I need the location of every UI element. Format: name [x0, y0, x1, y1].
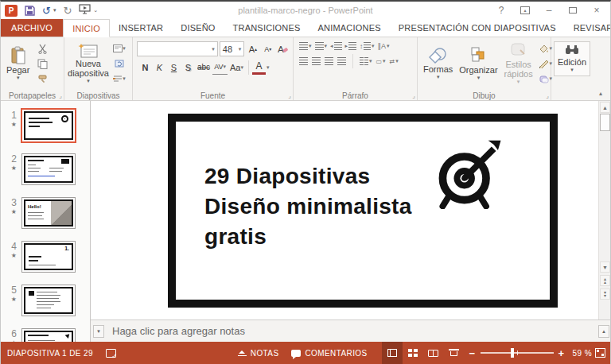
dialog-launcher-fuente[interactable]: ⌟ [288, 92, 291, 99]
zoom-slider-thumb[interactable] [511, 348, 514, 358]
save-icon[interactable] [25, 6, 35, 16]
slide-counter[interactable]: DIAPOSITIVA 1 DE 29 [1, 342, 99, 364]
thumbnail-slide-2[interactable] [21, 153, 76, 185]
font-size-combobox[interactable]: 48 ▾ [220, 41, 244, 56]
slide-title-text[interactable]: 29 Diapositivas Diseño minimalista grati… [204, 161, 412, 252]
tab-presentacion[interactable]: PRESENTACIÓN CON DIAPOSITIVAS [390, 19, 565, 37]
cut-icon[interactable] [34, 42, 50, 55]
paste-dropdown-icon[interactable]: ▾ [17, 75, 20, 81]
thumbnail-slide-4[interactable]: 1. [21, 241, 76, 273]
thumbnail-slide-3[interactable]: Hello! [21, 197, 76, 229]
tab-inicio[interactable]: INICIO [63, 19, 110, 37]
zoom-in-icon[interactable]: + [558, 347, 565, 359]
font-color-dropdown-icon[interactable]: ▾ [267, 64, 270, 71]
close-button[interactable]: × [586, 2, 607, 18]
quick-styles-button[interactable]: Estilos rápidos ▾ [501, 41, 536, 87]
editor-scrollbar[interactable]: ▲ ▼ ▴ ▴ ▾ ▾ [598, 101, 610, 319]
dialog-launcher-parrafo[interactable]: ⌟ [412, 92, 415, 99]
new-slide-button[interactable]: Nueva diapositiva ▾ [67, 41, 110, 86]
tab-animaciones[interactable]: ANIMACIONES [309, 19, 390, 37]
align-center-icon[interactable] [312, 57, 321, 65]
maximize-button[interactable] [562, 2, 583, 18]
customize-qat-icon[interactable]: ⌄ [93, 7, 98, 14]
shapes-dropdown-icon[interactable]: ▾ [437, 74, 440, 80]
slide-black-frame[interactable]: 29 Diapositivas Diseño minimalista grati… [168, 114, 558, 308]
character-spacing-button[interactable]: AV▾ [212, 60, 228, 75]
line-spacing-icon[interactable]: ↕▾ [360, 42, 375, 50]
copy-icon[interactable] [34, 57, 50, 70]
arrange-dropdown-icon[interactable]: ▾ [477, 75, 481, 81]
undo-dropdown-icon[interactable]: ▾ [53, 7, 56, 14]
zoom-level[interactable]: 59 % [570, 342, 595, 364]
shapes-button[interactable]: Formas ▾ [420, 45, 456, 82]
fit-slide-to-window-icon[interactable] [595, 348, 605, 358]
reading-view-button[interactable] [423, 342, 444, 364]
scroll-up-icon[interactable]: ▲ [600, 102, 610, 113]
dialog-launcher-portapapeles[interactable]: ⌟ [59, 92, 62, 99]
notes-toggle-button[interactable]: NOTAS [232, 342, 286, 364]
slide-editor[interactable]: 29 Diapositivas Diseño minimalista grati… [91, 101, 610, 319]
tab-diseno[interactable]: DISEÑO [172, 19, 224, 37]
align-right-icon[interactable] [325, 57, 333, 65]
numbering-icon[interactable]: ▾ [315, 42, 328, 50]
justify-icon[interactable] [337, 57, 346, 65]
undo-icon[interactable]: ↺ [42, 6, 51, 16]
slide-layout-icon[interactable]: ▾ [111, 42, 127, 55]
slide-sorter-view-button[interactable] [403, 342, 423, 364]
italic-button[interactable]: K [153, 60, 166, 75]
text-shadow-button[interactable]: S [181, 60, 195, 75]
collapse-ribbon-icon[interactable]: ▴ [599, 90, 602, 97]
underline-button[interactable]: S [167, 60, 181, 75]
minimize-button[interactable]: – [539, 2, 559, 18]
new-slide-dropdown-icon[interactable]: ▾ [87, 78, 90, 84]
next-slide-icon[interactable]: ▾ ▾ [600, 288, 610, 300]
increase-font-button[interactable]: A▴ [246, 41, 259, 56]
scrollbar-thumb[interactable] [600, 114, 610, 131]
previous-slide-icon[interactable]: ▴ ▴ [600, 275, 610, 286]
font-size-dropdown-icon[interactable]: ▾ [239, 46, 242, 52]
notes-placeholder[interactable]: Haga clic para agregar notas [112, 325, 245, 337]
font-name-dropdown-icon[interactable]: ▾ [212, 46, 215, 52]
editing-button[interactable]: Edición ▾ [554, 41, 590, 76]
powerpoint-logo-icon[interactable]: P [5, 5, 18, 17]
change-case-button[interactable]: Aa▾ [228, 60, 245, 75]
bullets-icon[interactable]: ▾ [299, 42, 312, 50]
smartart-icon[interactable]: ⇄▾ [390, 58, 399, 65]
comments-toggle-button[interactable]: COMENTARIOS [285, 342, 373, 364]
editing-dropdown-icon[interactable]: ▾ [570, 67, 574, 73]
paste-button[interactable]: Pegar ▾ [3, 45, 33, 83]
thumbnail-slide-1[interactable] [21, 108, 76, 143]
start-slideshow-icon[interactable] [79, 3, 91, 17]
arrange-button[interactable]: Organizar ▾ [456, 45, 500, 83]
increase-indent-icon[interactable]: ▸ [345, 42, 357, 50]
normal-view-button[interactable] [382, 342, 403, 364]
columns-icon[interactable]: ▾ [360, 57, 372, 65]
reset-slide-icon[interactable] [111, 57, 127, 70]
notes-scroll-up-icon[interactable]: ▲ [598, 325, 609, 338]
dartboard-target-icon[interactable] [434, 139, 504, 209]
bold-button[interactable]: N [138, 60, 152, 75]
text-direction-icon[interactable]: ∥A▾ [378, 42, 390, 50]
font-name-combobox[interactable]: ▾ [137, 41, 218, 56]
dialog-launcher-dibujo[interactable]: ⌟ [546, 92, 549, 99]
decrease-indent-icon[interactable]: ◂ [330, 42, 342, 50]
tab-insertar[interactable]: INSERTAR [110, 19, 172, 37]
thumbnail-slide-6[interactable] [21, 328, 76, 342]
section-icon[interactable]: ▾ [111, 72, 127, 85]
ribbon-display-options-icon[interactable]: ▴ [515, 2, 535, 18]
zoom-out-icon[interactable]: − [469, 347, 476, 359]
tab-revisar[interactable]: REVISAR [565, 19, 611, 37]
scroll-down-icon[interactable]: ▼ [600, 261, 610, 273]
align-text-icon[interactable]: ▭▾ [376, 58, 386, 65]
redo-icon[interactable]: ↻ [63, 6, 72, 16]
zoom-slider[interactable] [481, 352, 554, 354]
tab-archivo[interactable]: ARCHIVO [1, 19, 63, 37]
tab-transiciones[interactable]: TRANSICIONES [224, 19, 309, 37]
font-color-button[interactable]: A [252, 60, 266, 75]
slideshow-view-button[interactable] [444, 342, 465, 364]
format-painter-icon[interactable] [34, 72, 50, 85]
align-left-icon[interactable] [299, 57, 308, 65]
decrease-font-button[interactable]: A▾ [261, 41, 274, 56]
spellcheck-status[interactable] [99, 342, 123, 364]
help-icon[interactable]: ? [491, 2, 512, 18]
